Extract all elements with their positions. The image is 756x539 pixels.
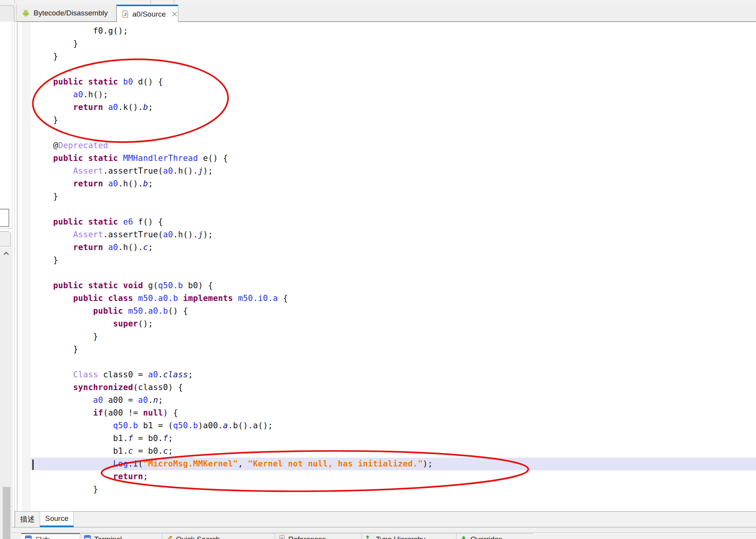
toolbar-divider (174, 0, 174, 4)
override-icon (460, 535, 467, 539)
code-line: Assert.assertTrue(a0.h().j); (31, 165, 756, 177)
code-line (31, 63, 756, 76)
panel-border (14, 22, 15, 539)
code-line: q50.b b1 = (q50.b)a00.a.b().a(); (31, 419, 756, 432)
code-line: public static b0 d() { (31, 76, 756, 88)
java-source-icon: J (122, 10, 128, 18)
code-line: } (31, 254, 756, 267)
document-icon (279, 535, 285, 539)
code-line: return a0.h().b; (31, 177, 756, 190)
code-line: @Deprecated (31, 139, 756, 152)
code-line: } (31, 37, 756, 50)
tab-bytecode-disassembly[interactable]: Bytecode/Disassembly (16, 5, 117, 21)
tool-tab-type-hierarchy[interactable]: Type Hierarchy (362, 533, 456, 539)
source-code-editor[interactable]: f0.g(); } } public static b0 d() { a0.h(… (17, 22, 756, 512)
scroll-up-icon[interactable] (3, 250, 9, 257)
tab-label: a0/Source (132, 10, 166, 19)
code-line: b1.f = b0.f; (31, 432, 756, 445)
hierarchy-icon (366, 535, 372, 539)
console-icon (25, 536, 32, 539)
fragment-tab-bar: 描述 Source (15, 511, 756, 527)
code-line: b1.c = b0.c; (31, 445, 756, 458)
tool-tab-references[interactable]: References (275, 533, 362, 539)
code-line: } (31, 190, 756, 203)
android-icon (22, 9, 29, 17)
tool-tab-terminal[interactable]: Terminal (80, 533, 162, 539)
code-line: public m50.a0.b() { (31, 305, 756, 318)
collapsed-panel-tab[interactable] (0, 231, 11, 247)
code-line: return a0.k().b; (31, 101, 756, 114)
code-line: synchronized(class0) { (31, 381, 756, 394)
code-line: public class m50.a0.b implements m50.i0.… (31, 292, 756, 305)
code-line: a0.h(); (31, 88, 756, 101)
tab-label: 描述 (20, 514, 35, 524)
panel-divider (0, 228, 12, 229)
pencil-icon (166, 535, 173, 539)
code-line: a0 a00 = a0.n; (31, 394, 756, 407)
tool-tab-label: Terminal (94, 535, 122, 539)
code-line: } (31, 483, 756, 496)
code-line: public static MMHandlerThread e() { (31, 152, 756, 165)
side-panel-field[interactable] (0, 209, 9, 227)
window-splitter[interactable] (12, 527, 756, 533)
code-line: return a0.h().c; (31, 241, 756, 254)
code-line: } (31, 114, 756, 127)
tab-description[interactable]: 描述 (15, 512, 40, 527)
bottom-tool-tab-bar: 日志 Terminal Quick Search (12, 533, 756, 539)
tool-tab-label: Quick Search (176, 535, 220, 539)
tool-tab-label: 日志 (35, 536, 50, 539)
code-line: Assert.assertTrue(a0.h().j); (31, 228, 756, 241)
code-line (31, 356, 756, 368)
code-line (31, 127, 756, 139)
toolbar-divider (14, 0, 15, 4)
toolbar-edge-strip (0, 0, 756, 5)
code-line: if(a00 != null) { (31, 407, 756, 419)
tool-tab-log[interactable]: 日志 (21, 533, 80, 539)
svg-text:J: J (124, 12, 126, 17)
tool-tab-label: Type Hierarchy (376, 535, 425, 539)
code-line: f0.g(); (31, 25, 756, 37)
close-icon[interactable] (172, 11, 178, 17)
tab-source[interactable]: Source (40, 512, 74, 527)
code-line: super(); (31, 318, 756, 330)
code-line: Class class0 = a0.class; (31, 368, 756, 381)
tab-label: Source (45, 514, 68, 523)
code-area: f0.g(); } } public static b0 d() { a0.h(… (17, 25, 756, 496)
code-line: } (31, 330, 756, 343)
panel-border (12, 22, 12, 539)
code-line-highlighted: Log.i("MicroMsg.MMKernel", "Kernel not n… (31, 458, 756, 470)
tool-tab-overrides[interactable]: Overrides (456, 533, 533, 539)
code-line (31, 267, 756, 279)
document-tab-bar: Bytecode/Disassembly J a0/Source (0, 5, 756, 22)
code-line: } (31, 50, 756, 63)
code-line: } (31, 343, 756, 356)
tool-tab-label: Overrides (470, 535, 502, 539)
code-line: return; (31, 470, 756, 483)
tab-label: Bytecode/Disassembly (34, 9, 108, 17)
jeb-decompiler-window: Bytecode/Disassembly J a0/Source (0, 0, 756, 539)
partial-tab-edge (0, 5, 14, 22)
scrollbar-thumb[interactable] (3, 487, 10, 539)
code-line (31, 203, 756, 216)
tab-a0-source[interactable]: J a0/Source (117, 5, 178, 22)
tool-tab-label: References (288, 535, 326, 539)
text-caret (32, 460, 34, 470)
console-icon (84, 535, 91, 539)
tool-tab-quick-search[interactable]: Quick Search (162, 533, 275, 539)
toolbar-divider (151, 0, 151, 4)
code-line: public static void g(q50.b b0) { (31, 279, 756, 292)
code-line: public static e6 f() { (31, 216, 756, 228)
